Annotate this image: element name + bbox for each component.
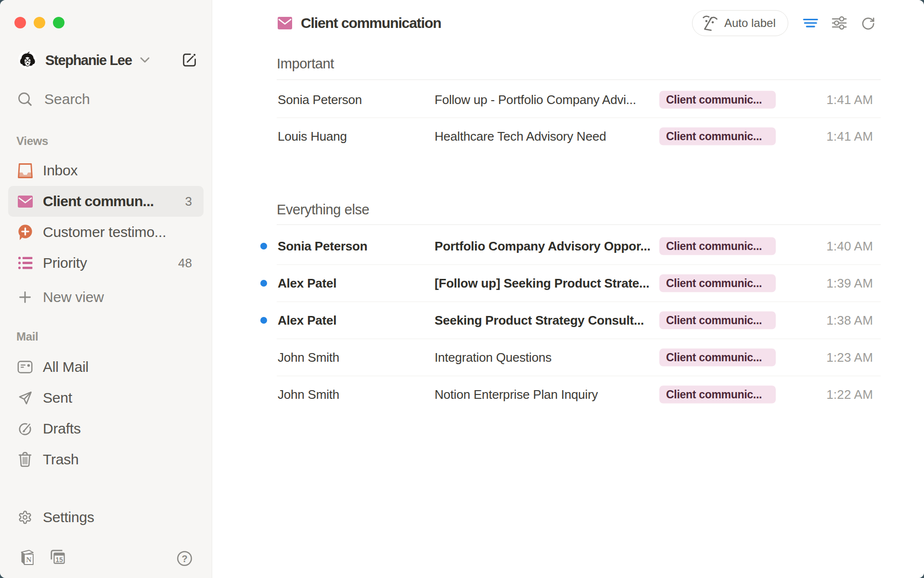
svg-text:15: 15: [55, 556, 63, 564]
svg-text:?: ?: [181, 553, 187, 564]
svg-text:N: N: [26, 555, 31, 564]
